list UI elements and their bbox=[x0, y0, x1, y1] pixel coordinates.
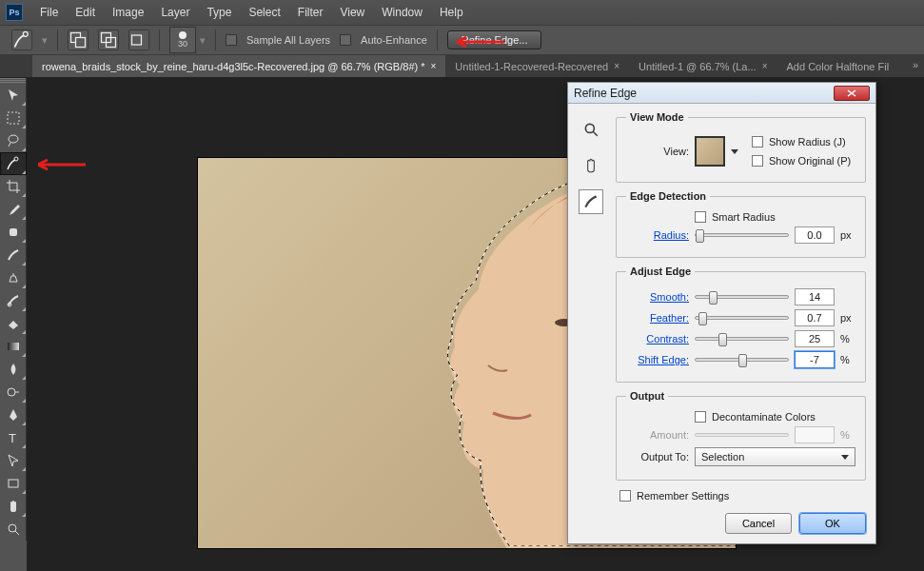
close-icon[interactable]: × bbox=[614, 61, 619, 71]
zoom-tool-icon[interactable] bbox=[579, 117, 603, 142]
contrast-slider[interactable] bbox=[695, 337, 789, 341]
shift-edge-input[interactable]: -7 bbox=[795, 351, 835, 368]
tab-overflow-icon[interactable]: » bbox=[913, 59, 918, 70]
shift-edge-label[interactable]: Shift Edge: bbox=[626, 354, 689, 365]
cancel-button[interactable]: Cancel bbox=[725, 513, 792, 534]
menu-select[interactable]: Select bbox=[241, 3, 287, 22]
hand-tool-icon[interactable] bbox=[579, 153, 603, 178]
document-tabs: rowena_braids_stock_by_reine_haru-d4g3l5… bbox=[0, 55, 924, 78]
smooth-input[interactable]: 14 bbox=[795, 288, 835, 305]
eyedropper-tool[interactable] bbox=[0, 198, 27, 221]
hand-tool[interactable] bbox=[0, 495, 27, 518]
zoom-tool[interactable] bbox=[0, 518, 27, 541]
show-radius-label: Show Radius (J) bbox=[769, 136, 846, 148]
type-tool[interactable]: T bbox=[0, 426, 27, 449]
gradient-tool[interactable] bbox=[0, 335, 27, 358]
refine-radius-tool-icon[interactable] bbox=[579, 189, 603, 214]
refine-edge-dialog: Refine Edge View Mode View: Show Radius … bbox=[567, 82, 876, 544]
smart-radius-label: Smart Radius bbox=[712, 211, 776, 223]
sample-all-layers-checkbox[interactable] bbox=[226, 34, 237, 46]
edge-detection-group: Edge Detection Smart Radius Radius: 0.0 … bbox=[616, 190, 866, 258]
output-to-dropdown[interactable]: Selection bbox=[695, 447, 855, 466]
menu-help[interactable]: Help bbox=[432, 3, 471, 22]
auto-enhance-checkbox[interactable] bbox=[340, 34, 351, 46]
svg-rect-9 bbox=[10, 228, 17, 236]
radius-slider[interactable] bbox=[695, 233, 789, 237]
quick-select-tool-icon[interactable] bbox=[11, 30, 32, 50]
menu-view[interactable]: View bbox=[332, 3, 372, 22]
lasso-tool[interactable] bbox=[0, 129, 27, 152]
radius-label[interactable]: Radius: bbox=[626, 229, 689, 241]
rectangle-tool[interactable] bbox=[0, 472, 27, 495]
chevron-down-icon[interactable] bbox=[731, 149, 738, 154]
crop-tool[interactable] bbox=[0, 175, 27, 198]
pen-tool[interactable] bbox=[0, 404, 27, 426]
close-icon[interactable]: × bbox=[762, 61, 768, 71]
close-icon[interactable]: × bbox=[431, 61, 437, 71]
subtract-selection-icon[interactable] bbox=[98, 30, 119, 50]
tab-document-1[interactable]: rowena_braids_stock_by_reine_haru-d4g3l5… bbox=[32, 55, 445, 77]
menu-edit[interactable]: Edit bbox=[68, 3, 103, 22]
svg-point-18 bbox=[585, 124, 594, 132]
svg-text:T: T bbox=[9, 431, 16, 445]
show-original-checkbox[interactable] bbox=[752, 155, 763, 167]
remember-settings-label: Remember Settings bbox=[637, 490, 729, 502]
menu-type[interactable]: Type bbox=[199, 3, 239, 22]
blur-tool[interactable] bbox=[0, 358, 27, 381]
svg-rect-14 bbox=[9, 480, 18, 487]
menubar: Ps File Edit Image Layer Type Select Fil… bbox=[0, 0, 924, 25]
view-mode-group: View Mode View: Show Radius (J) Show Ori… bbox=[616, 111, 866, 183]
tools-panel: T bbox=[0, 78, 27, 541]
contrast-label[interactable]: Contrast: bbox=[626, 333, 689, 345]
marquee-tool[interactable] bbox=[0, 107, 27, 129]
add-selection-icon[interactable] bbox=[68, 30, 88, 50]
shift-edge-slider[interactable] bbox=[695, 358, 789, 362]
svg-point-15 bbox=[9, 524, 16, 532]
amount-slider bbox=[695, 433, 789, 437]
ok-button[interactable]: OK bbox=[799, 513, 866, 534]
amount-label: Amount: bbox=[626, 429, 689, 441]
tab-document-2[interactable]: Untitled-1-Recovered-Recovered× bbox=[445, 55, 629, 77]
dodge-tool[interactable] bbox=[0, 381, 27, 404]
quick-selection-tool[interactable] bbox=[0, 152, 27, 175]
show-original-label: Show Original (P) bbox=[769, 155, 851, 167]
tab-document-3[interactable]: Untitled-1 @ 66.7% (La...× bbox=[629, 55, 777, 77]
radius-input[interactable]: 0.0 bbox=[795, 226, 835, 244]
svg-rect-11 bbox=[8, 343, 19, 350]
feather-label[interactable]: Feather: bbox=[626, 312, 689, 324]
dialog-titlebar[interactable]: Refine Edge bbox=[568, 83, 875, 104]
menu-filter[interactable]: Filter bbox=[290, 3, 331, 22]
brush-size-picker[interactable]: 30 bbox=[169, 27, 196, 53]
healing-brush-tool[interactable] bbox=[0, 221, 27, 244]
view-thumbnail[interactable] bbox=[695, 136, 725, 167]
move-tool[interactable] bbox=[0, 84, 27, 107]
path-selection-tool[interactable] bbox=[0, 449, 27, 472]
menu-image[interactable]: Image bbox=[105, 3, 151, 22]
menu-layer[interactable]: Layer bbox=[153, 3, 197, 22]
contrast-input[interactable]: 25 bbox=[795, 330, 835, 347]
decontaminate-checkbox[interactable] bbox=[695, 411, 706, 423]
close-dialog-button[interactable] bbox=[834, 86, 870, 101]
menu-window[interactable]: Window bbox=[374, 3, 430, 22]
feather-unit: px bbox=[840, 312, 855, 324]
remember-settings-checkbox[interactable] bbox=[619, 490, 631, 502]
clone-stamp-tool[interactable] bbox=[0, 266, 27, 289]
sample-all-layers-label: Sample All Layers bbox=[246, 34, 330, 46]
history-brush-tool[interactable] bbox=[0, 289, 27, 312]
intersect-selection-icon[interactable] bbox=[128, 30, 149, 50]
brush-tool[interactable] bbox=[0, 244, 27, 266]
smart-radius-checkbox[interactable] bbox=[695, 211, 706, 223]
smooth-slider[interactable] bbox=[695, 295, 789, 299]
smooth-label[interactable]: Smooth: bbox=[626, 291, 689, 303]
feather-slider[interactable] bbox=[695, 316, 789, 320]
contrast-unit: % bbox=[840, 333, 855, 345]
refine-edge-button[interactable]: Refine Edge... bbox=[447, 30, 542, 49]
feather-input[interactable]: 0.7 bbox=[795, 309, 835, 326]
tab-document-4[interactable]: Add Color Halftone Fil bbox=[777, 55, 899, 77]
menu-file[interactable]: File bbox=[32, 3, 66, 22]
show-radius-checkbox[interactable] bbox=[752, 136, 763, 148]
eraser-tool[interactable] bbox=[0, 312, 27, 335]
chevron-down-icon bbox=[841, 455, 849, 460]
auto-enhance-label: Auto-Enhance bbox=[361, 34, 427, 46]
shift-edge-unit: % bbox=[840, 354, 855, 365]
